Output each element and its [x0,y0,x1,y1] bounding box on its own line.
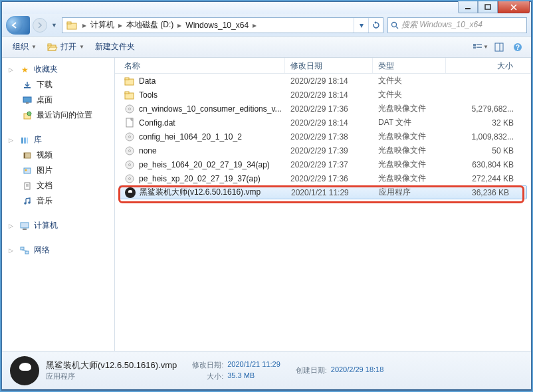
refresh-button[interactable] [368,18,383,33]
computer-group[interactable]: ▷ 计算机 [2,218,114,233]
column-date[interactable]: 修改日期 [285,58,373,73]
history-dropdown[interactable]: ▼ [51,22,58,29]
breadcrumb-segment[interactable]: Windows_10_x64 [183,18,251,33]
column-headers: 名称 修改日期 类型 大小 [115,58,531,74]
collapse-icon[interactable]: ▷ [9,137,15,144]
svg-rect-9 [48,44,51,46]
file-row[interactable]: Data2020/2/29 18:14文件夹 [115,74,531,88]
titlebar[interactable] [2,2,531,14]
file-date: 2020/2/29 17:39 [285,146,373,155]
file-name: Config.dat [139,118,175,128]
picture-icon [22,165,33,176]
file-row[interactable]: config_hei_1064_20_1_10_22020/2/29 17:38… [115,130,531,144]
svg-rect-23 [21,138,23,144]
close-button[interactable] [498,1,530,13]
svg-rect-5 [67,22,71,24]
breadcrumb-sep[interactable]: ▸ [117,21,124,30]
file-row[interactable]: 黑鲨装机大师(v12.6.50.1616).vmp2020/1/21 11:29… [119,185,527,199]
address-bar[interactable]: ▸ 计算机 ▸ 本地磁盘 (D:) ▸ Windows_10_x64 ▸ ▾ [62,17,383,33]
favorites-group[interactable]: ▷ ★ 收藏夹 [2,62,114,77]
open-button[interactable]: 打开▼ [42,39,90,55]
file-size: 32 KB [446,118,531,128]
search-input[interactable]: 搜索 Windows_10_x64 [387,17,527,33]
sidebar-item-videos[interactable]: 视频 [2,147,114,163]
maximize-button[interactable] [478,1,498,13]
breadcrumb-sep[interactable]: ▸ [251,21,258,30]
collapse-icon[interactable]: ▷ [9,66,15,73]
navbar: ▼ ▸ 计算机 ▸ 本地磁盘 (D:) ▸ Windows_10_x64 ▸ ▾… [2,14,531,37]
breadcrumb-segment[interactable]: 计算机 [88,18,117,33]
folder-icon [124,76,135,86]
column-type[interactable]: 类型 [373,58,446,73]
new-folder-button[interactable]: 新建文件夹 [90,39,140,55]
svg-rect-14 [495,43,503,51]
sidebar-item-downloads[interactable]: 下载 [2,77,114,92]
preview-pane-button[interactable] [491,40,507,54]
navigation-pane[interactable]: ▷ ★ 收藏夹 下载 桌面 最近访问的位置 [2,58,115,351]
file-list[interactable]: 名称 修改日期 类型 大小 Data2020/2/29 18:14文件夹Tool… [115,58,531,351]
file-name: config_hei_1064_20_1_10_2 [139,132,242,142]
file-name: cn_windows_10_consumer_editions_v... [139,104,282,114]
breadcrumb-segment[interactable]: 本地磁盘 (D:) [124,18,176,33]
desktop-icon [22,95,33,106]
file-type: 光盘映像文件 [373,131,446,142]
recent-icon [22,110,33,121]
breadcrumb-sep[interactable]: ▸ [176,21,183,30]
open-icon [47,43,58,52]
addressbar-dropdown[interactable]: ▾ [354,18,368,33]
svg-rect-25 [27,138,28,144]
organize-menu[interactable]: 组织▼ [7,39,42,55]
sidebar-item-desktop[interactable]: 桌面 [2,92,114,108]
svg-rect-10 [473,44,476,46]
minimize-button[interactable] [458,1,478,13]
toolbar: 组织▼ 打开▼ 新建文件夹 ▼ ? [2,37,531,58]
download-icon [22,80,33,90]
column-name[interactable]: 名称 [115,58,285,73]
collapse-icon[interactable]: ▷ [9,247,15,254]
file-size: 630,804 KB [446,160,531,169]
document-icon [22,181,33,191]
file-type: 应用程序 [373,187,447,198]
svg-point-54 [129,177,131,179]
file-row[interactable]: Tools2020/2/29 18:14文件夹 [115,88,531,102]
forward-button [33,18,47,33]
column-size[interactable]: 大小 [446,58,531,73]
view-options-button[interactable]: ▼ [473,40,488,54]
file-type: 光盘映像文件 [373,173,446,184]
back-button[interactable] [6,16,30,35]
file-row[interactable]: pe_heis_1064_20_02_27_19_34(ap)2020/2/29… [115,157,531,171]
library-icon [19,135,30,146]
folder-icon [65,19,78,32]
sidebar-item-pictures[interactable]: 图片 [2,163,114,178]
svg-rect-27 [24,153,25,158]
explorer-window: ▼ ▸ 计算机 ▸ 本地磁盘 (D:) ▸ Windows_10_x64 ▸ ▾… [1,1,532,391]
disc-icon [124,146,135,156]
disc-icon [124,132,135,142]
sidebar-item-music[interactable]: 音乐 [2,193,114,209]
file-row[interactable]: cn_windows_10_consumer_editions_v...2020… [115,102,531,116]
file-row[interactable]: pe_heis_xp_20_02_27_19_37(ap)2020/2/29 1… [115,171,531,185]
file-row[interactable]: none2020/2/29 17:39光盘映像文件50 KB [115,144,531,157]
network-group[interactable]: ▷ 网络 [2,243,114,258]
svg-point-29 [25,169,27,171]
libraries-group[interactable]: ▷ 库 [2,132,114,147]
file-row[interactable]: Config.dat2020/2/29 18:14DAT 文件32 KB [115,116,531,130]
disc-icon [124,159,135,170]
svg-rect-37 [21,247,24,250]
file-type: 文件夹 [373,75,446,86]
collapse-icon[interactable]: ▷ [9,223,15,229]
sidebar-item-recent[interactable]: 最近访问的位置 [2,108,114,123]
app-icon [10,356,39,385]
svg-text:?: ? [516,44,520,51]
sidebar-item-documents[interactable]: 文档 [2,178,114,193]
file-size: 50 KB [446,146,531,155]
svg-rect-13 [477,47,482,48]
file-date: 2020/2/29 18:14 [285,90,373,100]
search-icon [391,21,399,29]
file-size: 36,236 KB [447,188,526,197]
star-icon: ★ [19,64,30,75]
svg-point-6 [392,22,397,27]
file-name: pe_heis_1064_20_02_27_19_34(ap) [139,160,270,169]
breadcrumb-sep[interactable]: ▸ [81,21,88,30]
help-button[interactable]: ? [510,40,526,54]
